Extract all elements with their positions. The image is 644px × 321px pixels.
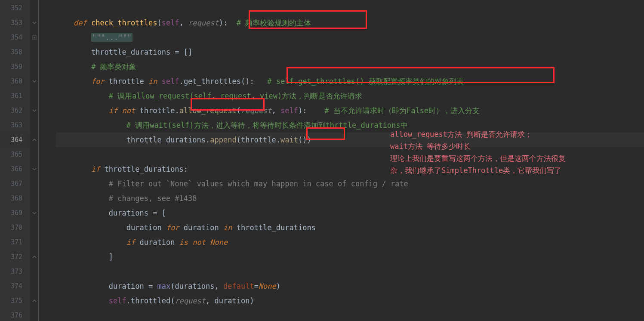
code-line[interactable]: throttle_durations = []	[56, 45, 644, 59]
line-number: 360	[0, 74, 30, 89]
line-number: 352	[0, 1, 30, 15]
fold-marker-open-icon[interactable]	[30, 206, 38, 220]
code-line[interactable]	[56, 308, 644, 321]
line-number: 366	[0, 162, 30, 176]
code-line[interactable]: """..."""	[56, 30, 644, 45]
line-number: 353	[0, 15, 30, 30]
code-line[interactable]: # Filter out `None` values which may hap…	[56, 176, 644, 191]
line-number: 354	[0, 30, 30, 45]
fold-marker-close-icon[interactable]	[30, 250, 38, 264]
fold-marker-open-icon[interactable]	[30, 15, 38, 30]
line-number: 359	[0, 59, 30, 74]
line-number: 369	[0, 206, 30, 220]
line-number: 364	[0, 133, 30, 147]
line-number: 362	[0, 103, 30, 118]
annotation-text: 杂，我们继承了SimpleThrottle类，它帮我们写了	[390, 164, 561, 176]
code-line-current[interactable]: throttle_durations.append(throttle.wait(…	[56, 133, 644, 147]
line-number: 371	[0, 235, 30, 250]
line-number: 372	[0, 250, 30, 264]
code-line[interactable]: if duration is not None	[56, 235, 644, 250]
code-area[interactable]: def check_throttles(self, request): # 频率…	[56, 0, 644, 321]
code-line[interactable]: # changes, see #1438	[56, 191, 644, 206]
code-line[interactable]: def check_throttles(self, request): # 频率…	[56, 15, 644, 30]
annotation-text: allow_request方法 判断是否允许请求；	[390, 128, 532, 140]
line-number: 367	[0, 176, 30, 191]
fold-marker-closed-icon[interactable]	[30, 30, 38, 45]
fold-marker-open-icon[interactable]	[30, 103, 38, 118]
indent-guide-col	[39, 0, 56, 321]
fold-marker[interactable]	[30, 1, 38, 15]
line-number: 370	[0, 220, 30, 235]
annotation-text: wait方法 等待多少时长	[390, 140, 471, 152]
fold-marker-close-icon[interactable]	[30, 293, 38, 308]
line-number: 358	[0, 45, 30, 59]
line-number: 361	[0, 89, 30, 103]
code-line[interactable]: for throttle in self.get_throttles(): # …	[56, 74, 644, 89]
line-number: 363	[0, 118, 30, 133]
line-number: 376	[0, 308, 30, 321]
line-number: 374	[0, 279, 30, 293]
annotation-text: 理论上我们是要重写这两个方法，但是这两个方法很复	[390, 152, 566, 164]
fold-column	[30, 0, 39, 321]
code-line[interactable]: durations = [	[56, 206, 644, 220]
code-line[interactable]: # 调用wait(self)方法，进入等待，将等待时长条件添加到thrttle_…	[56, 118, 644, 133]
code-line[interactable]: # 调用allow_request(self, request, view)方法…	[56, 89, 644, 103]
code-editor[interactable]: 352 353 354 358 359 360 361 362 363 364 …	[0, 0, 644, 321]
code-line[interactable]: duration for duration in throttle_durati…	[56, 220, 644, 235]
line-number: 375	[0, 293, 30, 308]
line-number: 373	[0, 264, 30, 279]
line-number: 365	[0, 147, 30, 162]
code-line[interactable]: if not throttle.allow_request(request, s…	[56, 103, 644, 118]
line-number-gutter: 352 353 354 358 359 360 361 362 363 364 …	[0, 0, 30, 321]
code-line[interactable]: ]	[56, 250, 644, 264]
code-line[interactable]: # 频率类对象	[56, 59, 644, 74]
code-line[interactable]	[56, 1, 644, 15]
fold-marker-open-icon[interactable]	[30, 162, 38, 176]
fold-marker-open-icon[interactable]	[30, 74, 38, 89]
code-line[interactable]	[56, 264, 644, 279]
fold-marker-close-icon[interactable]	[30, 133, 38, 147]
code-line[interactable]: self.throttled(request, duration)	[56, 293, 644, 308]
line-number: 368	[0, 191, 30, 206]
code-line[interactable]: duration = max(durations, default=None)	[56, 279, 644, 293]
